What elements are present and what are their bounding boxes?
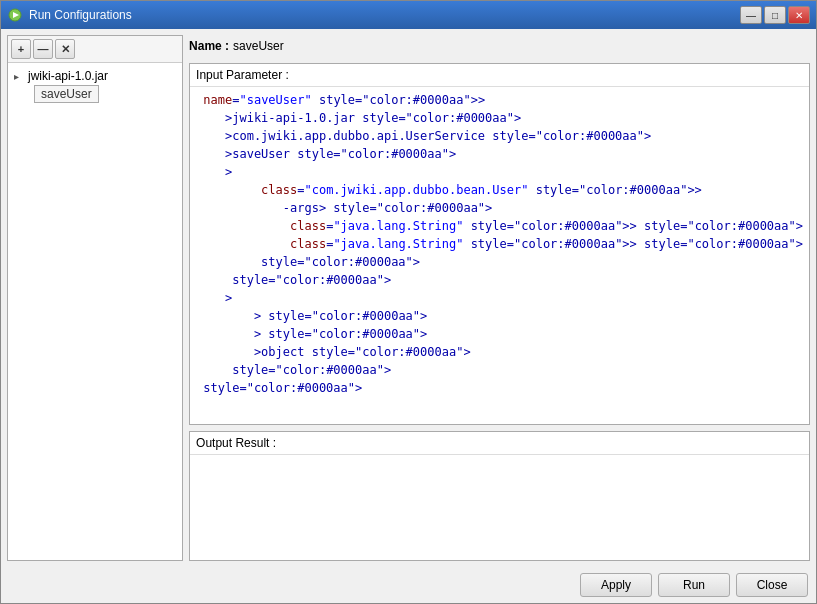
output-section-header: Output Result :: [190, 432, 809, 455]
close-button[interactable]: Close: [736, 573, 808, 597]
name-label: Name :: [189, 39, 229, 53]
tree-child-item[interactable]: saveUser: [34, 85, 99, 103]
code-line: >: [196, 163, 803, 181]
tree-jar-item[interactable]: ▸ jwiki-api-1.0.jar: [12, 67, 178, 85]
code-line: >: [196, 289, 803, 307]
run-button[interactable]: Run: [658, 573, 730, 597]
code-line: >object style="color:#0000aa">: [196, 343, 803, 361]
code-line: name="saveUser" style="color:#0000aa">>: [196, 91, 803, 109]
code-line: class="java.lang.String" style="color:#0…: [196, 235, 803, 253]
jar-label: jwiki-api-1.0.jar: [28, 69, 108, 83]
window-icon: [7, 7, 23, 23]
code-line: style="color:#0000aa">: [196, 253, 803, 271]
code-line: style="color:#0000aa">: [196, 379, 803, 397]
code-line: style="color:#0000aa">: [196, 271, 803, 289]
tree-child-area: saveUser: [34, 85, 178, 103]
left-toolbar: + — ✕: [8, 36, 182, 63]
run-configurations-window: Run Configurations — □ ✕ + — ✕ ▸ jwiki-a…: [0, 0, 817, 604]
output-section: Output Result :: [189, 431, 810, 561]
name-bar: Name : saveUser: [189, 35, 810, 57]
left-panel: + — ✕ ▸ jwiki-api-1.0.jar saveUser: [7, 35, 183, 561]
code-line: > style="color:#0000aa">: [196, 325, 803, 343]
minimize-button[interactable]: —: [740, 6, 762, 24]
code-line: class="java.lang.String" style="color:#0…: [196, 217, 803, 235]
code-line: class="com.jwiki.app.dubbo.bean.User" st…: [196, 181, 803, 199]
remove-button[interactable]: —: [33, 39, 53, 59]
code-line: style="color:#0000aa">: [196, 361, 803, 379]
output-area[interactable]: [190, 455, 809, 560]
input-section: Input Parameter : name="saveUser" style=…: [189, 63, 810, 425]
code-area[interactable]: name="saveUser" style="color:#0000aa">> …: [190, 87, 809, 424]
expand-icon: ▸: [14, 71, 24, 82]
main-content: + — ✕ ▸ jwiki-api-1.0.jar saveUser Name …: [1, 29, 816, 567]
right-panel: Name : saveUser Input Parameter : name="…: [189, 35, 810, 561]
maximize-button[interactable]: □: [764, 6, 786, 24]
code-line: >saveUser style="color:#0000aa">: [196, 145, 803, 163]
title-bar-controls: — □ ✕: [740, 6, 810, 24]
clear-button[interactable]: ✕: [55, 39, 75, 59]
bottom-bar: Apply Run Close: [1, 567, 816, 603]
title-bar-text: Run Configurations: [29, 8, 740, 22]
code-line: -args> style="color:#0000aa">: [196, 199, 803, 217]
tree-area: ▸ jwiki-api-1.0.jar saveUser: [8, 63, 182, 560]
apply-button[interactable]: Apply: [580, 573, 652, 597]
code-line: >jwiki-api-1.0.jar style="color:#0000aa"…: [196, 109, 803, 127]
name-value: saveUser: [233, 39, 284, 53]
code-line: > style="color:#0000aa">: [196, 307, 803, 325]
add-button[interactable]: +: [11, 39, 31, 59]
input-section-header: Input Parameter :: [190, 64, 809, 87]
close-window-button[interactable]: ✕: [788, 6, 810, 24]
code-line: >com.jwiki.app.dubbo.api.UserService sty…: [196, 127, 803, 145]
title-bar: Run Configurations — □ ✕: [1, 1, 816, 29]
